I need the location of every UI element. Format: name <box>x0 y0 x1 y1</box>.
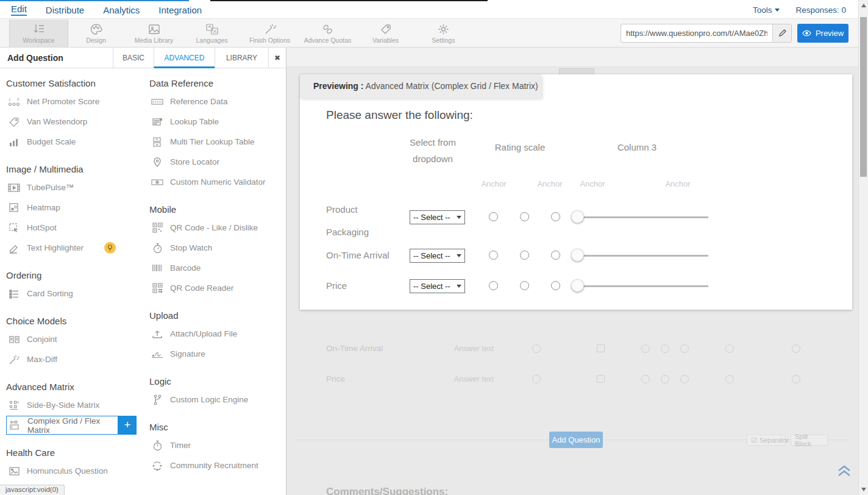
add-question-button[interactable]: Add Question <box>549 432 603 448</box>
tab-basic[interactable]: BASIC <box>113 48 154 68</box>
table-icon <box>149 117 165 127</box>
faded-radio <box>725 344 734 353</box>
tab-library[interactable]: LIBRARY <box>215 48 268 68</box>
question-text: Please answer the following: <box>326 109 473 122</box>
item-van-westendorp[interactable]: Van Westendorp <box>6 112 143 132</box>
menu-analytics[interactable]: Analytics <box>103 5 140 15</box>
item-custom-numeric-validator[interactable]: Custom Numeric Validator <box>149 172 286 192</box>
item-net-promoter-score[interactable]: 15 Net Promoter Score <box>6 91 143 112</box>
section-logic: Logic Custom Logic Engine <box>149 374 286 410</box>
advance-quotas-button[interactable]: Advance Quotas <box>299 20 357 47</box>
item-text-highlighter[interactable]: Text Highlighter <box>6 238 143 258</box>
radio-product-packaging-2[interactable] <box>520 212 529 221</box>
item-lookup-table[interactable]: Lookup Table <box>149 112 286 132</box>
reference-data-icon <box>149 98 165 106</box>
item-side-by-side-matrix[interactable]: Side-By-Side Matrix <box>6 395 143 415</box>
page-scrollbar[interactable] <box>858 0 868 495</box>
radio-on-time-arrival-1[interactable] <box>489 251 498 260</box>
slider-handle-on-time-arrival[interactable] <box>571 249 584 262</box>
item-reference-data[interactable]: Reference Data <box>149 91 286 112</box>
svg-text:5: 5 <box>17 98 20 101</box>
responses-count[interactable]: Responses: 0 <box>795 5 846 15</box>
item-complex-grid-flex-matrix-selected[interactable]: Complex Grid / Flex Matrix <box>6 416 118 435</box>
dropdown-on-time-arrival[interactable]: -- Select -- <box>410 249 465 263</box>
item-stop-watch[interactable]: Stop Watch <box>149 238 286 258</box>
preview-card: Previewing : Advanced Matrix (Complex Gr… <box>300 74 852 310</box>
item-conjoint[interactable]: Conjoint <box>6 329 143 349</box>
previewing-value: Advanced Matrix (Complex Grid / Flex Mat… <box>366 81 538 91</box>
radio-on-time-arrival-3[interactable] <box>551 251 560 260</box>
comments-suggestions-label: Comments/Suggestions: <box>326 486 448 495</box>
scrollbar-down-arrow[interactable] <box>861 488 866 491</box>
item-timer[interactable]: Timer <box>149 435 286 455</box>
design-button[interactable]: Design <box>67 20 125 47</box>
item-heatmap[interactable]: Heatmap <box>6 198 143 218</box>
pencil-icon <box>778 29 786 37</box>
item-barcode[interactable]: Barcode <box>149 258 286 278</box>
preview-button[interactable]: Preview <box>797 24 848 43</box>
workspace-icon <box>32 23 46 35</box>
radio-price-3[interactable] <box>551 281 560 290</box>
tag-icon <box>380 23 392 35</box>
radio-price-2[interactable] <box>520 281 529 290</box>
radio-product-packaging-1[interactable] <box>489 212 498 221</box>
select-arrow-icon <box>457 254 461 257</box>
media-library-button[interactable]: Media Library <box>125 20 183 47</box>
item-tubepulse[interactable]: TubePulse™ <box>6 177 143 198</box>
menu-edit[interactable]: Edit <box>11 4 27 16</box>
faded-row-label: On-Time Arrival <box>326 344 383 353</box>
item-signature[interactable]: Signature <box>149 344 286 364</box>
menu-integration[interactable]: Integration <box>158 5 202 15</box>
radio-on-time-arrival-2[interactable] <box>520 251 529 260</box>
item-attach-upload-file[interactable]: Attach/Upload File <box>149 324 286 344</box>
item-homunculus-question[interactable]: Homunculus Question <box>6 461 143 481</box>
scrollbar-up-arrow[interactable] <box>861 4 866 7</box>
menu-distribute[interactable]: Distribute <box>46 5 84 15</box>
scrollbar-thumb[interactable] <box>860 17 867 177</box>
item-card-sorting[interactable]: Card Sorting <box>6 283 143 304</box>
checkbox-checked-icon: ☑ <box>751 436 757 444</box>
finish-options-button[interactable]: Finish Options <box>241 20 299 47</box>
section-title: Choice Models <box>6 313 143 329</box>
item-hotspot[interactable]: HotSpot <box>6 218 143 238</box>
section-title: Customer Satisfaction <box>6 76 143 91</box>
section-upload: Upload Attach/Upload File Signature <box>149 308 286 364</box>
item-store-locator[interactable]: Store Locator <box>149 152 286 172</box>
radio-price-1[interactable] <box>489 281 498 290</box>
settings-button[interactable]: Settings <box>414 20 472 47</box>
faded-answer-text: Answer text <box>454 344 494 353</box>
item-community-recruitment[interactable]: Community Recruitment <box>149 455 286 475</box>
item-custom-logic-engine[interactable]: Custom Logic Engine <box>149 390 286 410</box>
section-health-care: Health Care Homunculus Question <box>6 445 143 481</box>
item-max-diff[interactable]: Max-Diff <box>6 349 143 369</box>
close-panel-button[interactable]: ✖ <box>268 48 286 68</box>
section-title: Health Care <box>6 445 143 461</box>
tools-dropdown[interactable]: Tools <box>753 5 780 15</box>
workspace-button[interactable]: Workspace <box>9 20 68 47</box>
slider-track[interactable] <box>572 216 708 218</box>
barcode-icon <box>149 263 165 272</box>
survey-url-input[interactable] <box>621 29 772 38</box>
slider-track[interactable] <box>572 255 708 257</box>
select-arrow-icon <box>457 216 461 219</box>
item-multi-tier-lookup-table[interactable]: Multi Tier Lookup Table <box>149 132 286 152</box>
edit-url-button[interactable] <box>772 24 791 42</box>
faded-radio <box>725 375 734 383</box>
slider-handle-price[interactable] <box>571 279 584 292</box>
split-block-button[interactable]: Split Block <box>791 435 828 446</box>
radio-product-packaging-3[interactable] <box>551 212 560 221</box>
map-pin-icon <box>149 157 165 168</box>
slider-track[interactable] <box>572 285 708 287</box>
item-budget-scale[interactable]: Budget Scale <box>6 132 143 152</box>
variables-button[interactable]: Variables <box>357 20 414 47</box>
separator-toggle[interactable]: ☑Separator <box>747 435 786 446</box>
dropdown-price[interactable]: -- Select -- <box>410 279 465 293</box>
slider-handle-product-packaging[interactable] <box>571 210 584 223</box>
add-complex-grid-button[interactable]: + <box>118 416 137 435</box>
item-qr-code-reader[interactable]: QR Code Reader <box>149 278 286 298</box>
languages-button[interactable]: A Languages <box>183 20 241 47</box>
scroll-to-top-button[interactable] <box>837 464 852 477</box>
tab-advanced[interactable]: ADVANCED <box>154 48 215 68</box>
item-qr-code-like-dislike[interactable]: QR Code - Like / Dislike <box>149 218 286 238</box>
dropdown-product-packaging[interactable]: -- Select -- <box>410 210 465 224</box>
